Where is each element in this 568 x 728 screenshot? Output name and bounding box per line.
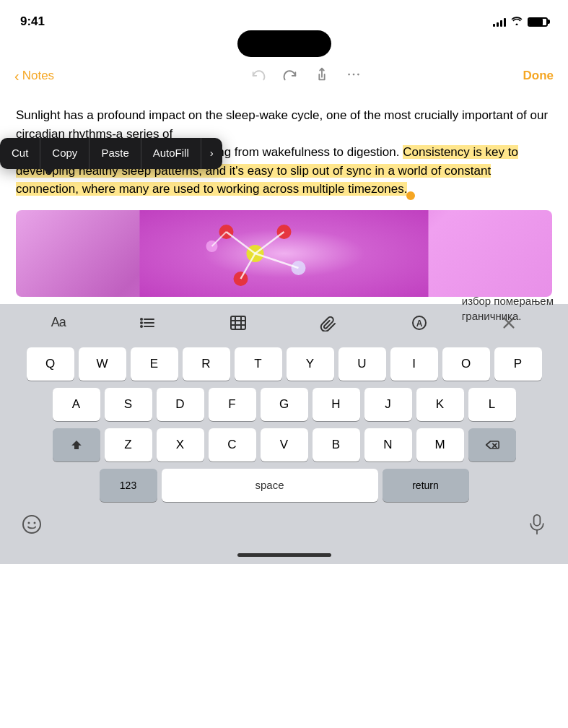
list-button[interactable] <box>139 314 156 332</box>
back-button[interactable]: ‹ Notes <box>14 68 94 84</box>
svg-point-2 <box>357 73 359 75</box>
svg-point-33 <box>28 522 30 524</box>
keyboard-row-2: A S D F G H J K L <box>4 388 564 421</box>
cut-button[interactable]: Cut <box>0 138 40 169</box>
space-key[interactable]: space <box>162 469 378 502</box>
signal-icon <box>493 17 506 27</box>
context-menu: Cut Copy Paste AutoFill › <box>0 138 222 169</box>
battery-icon <box>528 17 548 27</box>
key-m[interactable]: M <box>416 428 464 462</box>
key-s[interactable]: S <box>105 388 152 421</box>
keyboard: Q W E R T Y U I O P A S D F G H J K L Z … <box>0 342 568 508</box>
key-e[interactable]: E <box>131 347 178 381</box>
autofill-button[interactable]: AutoFill <box>141 138 201 169</box>
back-arrow-icon: ‹ <box>14 68 19 84</box>
shift-key[interactable] <box>53 428 100 462</box>
key-d[interactable]: D <box>157 388 204 421</box>
svg-rect-35 <box>534 515 541 526</box>
keyboard-row-1: Q W E R T Y U I O P <box>4 347 564 381</box>
svg-point-17 <box>140 325 143 328</box>
svg-point-16 <box>140 321 143 324</box>
note-content: Sunlight has a profound impact on the sl… <box>0 95 568 210</box>
key-o[interactable]: O <box>442 347 490 381</box>
paste-button[interactable]: Paste <box>89 138 141 169</box>
dynamic-island <box>237 30 331 57</box>
redo-button[interactable] <box>282 66 298 86</box>
back-label: Notes <box>22 69 54 83</box>
home-indicator <box>0 547 568 564</box>
svg-point-0 <box>348 73 350 75</box>
undo-button[interactable] <box>250 66 266 86</box>
copy-button[interactable]: Copy <box>40 138 89 169</box>
key-h[interactable]: H <box>313 388 360 421</box>
table-button[interactable] <box>230 314 247 332</box>
key-w[interactable]: W <box>79 347 126 381</box>
svg-point-15 <box>140 318 143 321</box>
key-l[interactable]: L <box>468 388 516 421</box>
svg-point-32 <box>23 516 40 533</box>
bottom-bar <box>0 508 568 547</box>
svg-rect-21 <box>231 316 245 329</box>
return-key[interactable]: return <box>383 469 469 502</box>
key-q[interactable]: Q <box>27 347 74 381</box>
wifi-icon <box>511 16 523 27</box>
done-button[interactable]: Done <box>517 69 554 83</box>
key-r[interactable]: R <box>183 347 230 381</box>
text-format-button[interactable]: Aa <box>51 315 66 330</box>
backspace-key[interactable] <box>468 428 516 462</box>
selection-handle[interactable] <box>406 191 415 200</box>
home-bar <box>237 553 331 557</box>
key-b[interactable]: B <box>313 428 360 462</box>
key-c[interactable]: C <box>209 428 256 462</box>
key-n[interactable]: N <box>364 428 412 462</box>
keyboard-row-4: 123 space return <box>4 469 564 502</box>
emoji-button[interactable] <box>22 514 42 540</box>
key-f[interactable]: F <box>209 388 256 421</box>
key-u[interactable]: U <box>338 347 386 381</box>
mic-button[interactable] <box>528 514 546 540</box>
keyboard-row-3: Z X C V B N M <box>4 428 564 462</box>
key-t[interactable]: T <box>235 347 282 381</box>
numbers-key[interactable]: 123 <box>100 469 157 502</box>
note-image <box>16 210 552 297</box>
share-button[interactable] <box>314 66 330 86</box>
nav-bar: ‹ Notes <box>0 57 568 95</box>
more-context-button[interactable]: › <box>201 138 222 169</box>
key-z[interactable]: Z <box>105 428 152 462</box>
key-y[interactable]: Y <box>287 347 334 381</box>
key-a[interactable]: A <box>53 388 100 421</box>
key-k[interactable]: K <box>416 388 464 421</box>
note-text-before: Sunlight has a profound impact on the sl… <box>16 108 548 141</box>
key-p[interactable]: P <box>494 347 542 381</box>
status-time: 9:41 <box>20 14 45 29</box>
svg-point-34 <box>34 522 36 524</box>
key-x[interactable]: X <box>157 428 204 462</box>
key-j[interactable]: J <box>364 388 412 421</box>
nav-center-icons <box>94 66 517 86</box>
svg-point-1 <box>352 73 354 75</box>
key-v[interactable]: V <box>261 428 308 462</box>
key-i[interactable]: I <box>390 347 438 381</box>
status-icons <box>493 16 548 27</box>
attach-button[interactable] <box>320 314 337 332</box>
more-button[interactable] <box>346 66 362 86</box>
key-g[interactable]: G <box>261 388 308 421</box>
svg-rect-3 <box>140 210 429 297</box>
